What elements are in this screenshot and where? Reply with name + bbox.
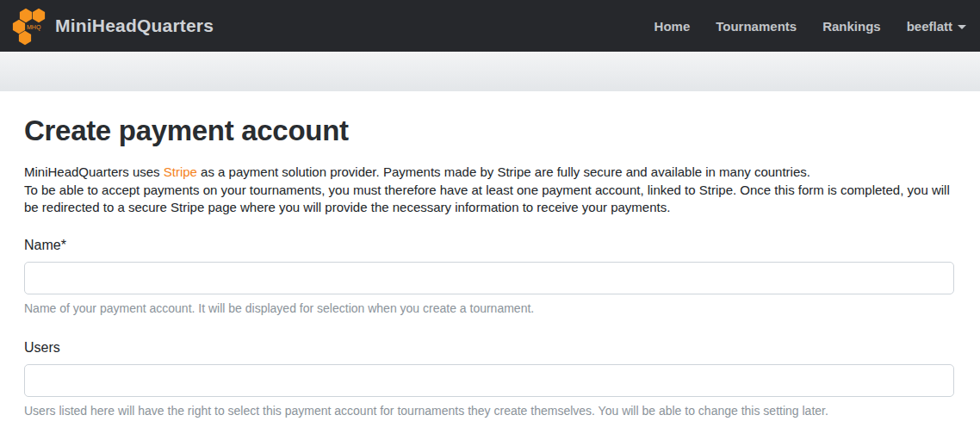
- honeycomb-logo-icon: MHQ: [9, 5, 48, 46]
- intro-line1-suffix: as a payment solution provider. Payments…: [197, 164, 810, 179]
- spacer: [24, 323, 954, 340]
- chevron-down-icon: [958, 25, 966, 29]
- name-field-label: Name*: [24, 238, 66, 253]
- stripe-link[interactable]: Stripe: [164, 164, 197, 179]
- name-input[interactable]: [24, 262, 954, 294]
- brand-name: MiniHeadQuarters: [55, 15, 214, 36]
- users-input[interactable]: [24, 364, 954, 397]
- svg-text:MHQ: MHQ: [27, 24, 41, 31]
- nav-item-tournaments[interactable]: Tournaments: [716, 19, 797, 34]
- users-help-text: Users listed here will have the right to…: [24, 404, 954, 418]
- nav-item-rankings[interactable]: Rankings: [822, 19, 881, 34]
- top-navbar: MHQ MiniHeadQuarters Home Tournaments Ra…: [0, 0, 980, 52]
- nav-item-home[interactable]: Home: [654, 19, 691, 34]
- name-field-group: Name* Name of your payment account. It w…: [24, 238, 954, 315]
- users-field-label: Users: [24, 340, 60, 356]
- users-field-group: Users Users listed here will have the ri…: [24, 340, 954, 418]
- brand-link[interactable]: MHQ MiniHeadQuarters: [9, 5, 214, 46]
- user-menu-label: beeflatt: [907, 19, 952, 34]
- intro-line1-prefix: MiniHeadQuarters uses: [24, 164, 164, 179]
- user-menu-dropdown[interactable]: beeflatt: [907, 19, 966, 34]
- name-help-text: Name of your payment account. It will be…: [24, 301, 954, 315]
- main-content: Create payment account MiniHeadQuarters …: [0, 91, 980, 446]
- intro-line2: To be able to accept payments on your to…: [24, 182, 954, 217]
- intro-text: MiniHeadQuarters uses Stripe as a paymen…: [24, 164, 954, 217]
- subheader-band: [0, 52, 980, 91]
- page-title: Create payment account: [24, 115, 954, 147]
- nav-links: Home Tournaments Rankings beeflatt: [654, 19, 966, 34]
